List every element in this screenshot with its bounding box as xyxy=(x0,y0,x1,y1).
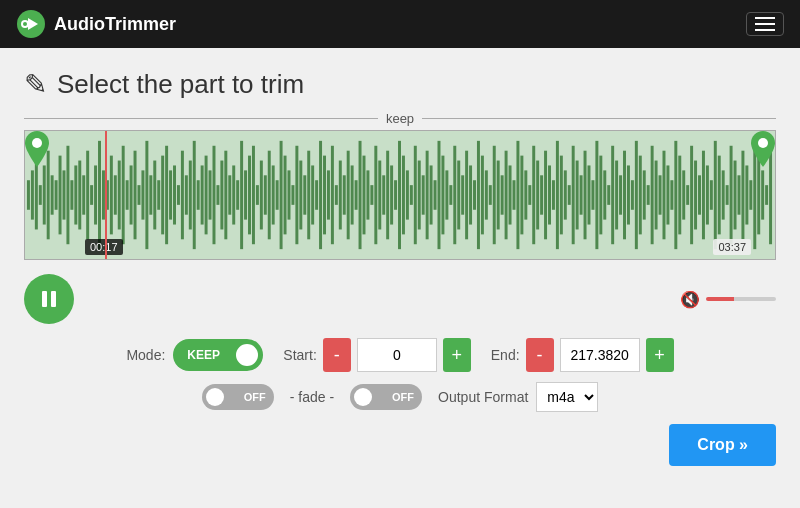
crop-button[interactable]: Crop » xyxy=(669,424,776,466)
crop-row: Crop » xyxy=(24,424,776,466)
svg-rect-116 xyxy=(465,151,468,240)
keep-label: keep xyxy=(386,111,414,126)
svg-rect-81 xyxy=(327,170,330,219)
svg-rect-161 xyxy=(643,170,646,219)
svg-rect-22 xyxy=(94,165,97,224)
volume-slider[interactable] xyxy=(706,297,776,301)
svg-rect-91 xyxy=(366,170,369,219)
svg-rect-68 xyxy=(276,180,279,210)
svg-rect-21 xyxy=(90,185,93,205)
svg-rect-97 xyxy=(390,165,393,224)
svg-rect-70 xyxy=(284,156,287,235)
waveform-container[interactable]: 00:17 03:37 xyxy=(24,130,776,260)
keep-toggle[interactable]: KEEP xyxy=(173,339,263,371)
svg-rect-134 xyxy=(536,161,539,230)
svg-rect-173 xyxy=(690,146,693,244)
svg-rect-57 xyxy=(232,165,235,224)
svg-rect-143 xyxy=(572,146,575,244)
start-plus-button[interactable]: + xyxy=(443,338,471,372)
svg-rect-127 xyxy=(509,165,512,224)
svg-rect-137 xyxy=(548,165,551,224)
svg-rect-35 xyxy=(145,141,148,249)
fade-out-label: OFF xyxy=(392,391,414,403)
svg-rect-119 xyxy=(477,141,480,249)
svg-rect-141 xyxy=(564,170,567,219)
svg-rect-112 xyxy=(449,185,452,205)
waveform-svg xyxy=(25,131,775,259)
fade-out-knob xyxy=(354,388,372,406)
left-handle[interactable] xyxy=(25,131,49,171)
svg-rect-48 xyxy=(197,180,200,210)
svg-rect-103 xyxy=(414,146,417,244)
svg-rect-40 xyxy=(165,146,168,244)
svg-rect-87 xyxy=(351,165,354,224)
svg-rect-102 xyxy=(410,185,413,205)
svg-rect-18 xyxy=(78,161,81,230)
svg-rect-104 xyxy=(418,161,421,230)
svg-rect-9 xyxy=(43,165,46,224)
edit-icon: ✎ xyxy=(24,68,47,101)
svg-rect-113 xyxy=(453,146,456,244)
hamburger-line3 xyxy=(755,29,775,31)
controls-row: 🔇 xyxy=(24,268,776,330)
svg-rect-11 xyxy=(51,175,54,214)
format-label: Output Format xyxy=(438,389,528,405)
time-end: 03:37 xyxy=(713,239,751,255)
svg-rect-29 xyxy=(122,146,125,244)
svg-rect-101 xyxy=(406,170,409,219)
end-label: End: xyxy=(491,347,520,363)
svg-rect-123 xyxy=(493,146,496,244)
svg-rect-43 xyxy=(177,185,180,205)
svg-rect-26 xyxy=(110,156,113,235)
svg-rect-20 xyxy=(86,151,89,240)
svg-rect-120 xyxy=(481,156,484,235)
format-select[interactable]: m4a mp3 ogg wav xyxy=(536,382,598,412)
svg-rect-183 xyxy=(730,146,733,244)
svg-rect-147 xyxy=(588,165,591,224)
svg-rect-169 xyxy=(674,141,677,249)
start-input[interactable] xyxy=(357,338,437,372)
svg-rect-160 xyxy=(639,156,642,235)
svg-rect-106 xyxy=(426,151,429,240)
svg-rect-180 xyxy=(718,156,721,235)
svg-rect-6 xyxy=(31,170,34,219)
svg-rect-125 xyxy=(501,175,504,214)
svg-rect-157 xyxy=(627,165,630,224)
start-minus-button[interactable]: - xyxy=(323,338,351,372)
svg-rect-28 xyxy=(118,161,121,230)
svg-rect-108 xyxy=(434,180,437,210)
svg-rect-71 xyxy=(288,170,291,219)
svg-rect-67 xyxy=(272,165,275,224)
svg-rect-171 xyxy=(682,170,685,219)
svg-rect-75 xyxy=(303,175,306,214)
svg-point-3 xyxy=(23,22,27,26)
svg-rect-174 xyxy=(694,161,697,230)
svg-rect-98 xyxy=(394,180,397,210)
svg-rect-89 xyxy=(359,141,362,249)
svg-rect-175 xyxy=(698,175,701,214)
svg-rect-182 xyxy=(726,185,729,205)
svg-rect-153 xyxy=(611,146,614,244)
fade-in-toggle[interactable]: OFF xyxy=(202,384,274,410)
svg-rect-53 xyxy=(216,185,219,205)
settings-row: Mode: KEEP Start: - + End: - + xyxy=(24,338,776,372)
end-minus-button[interactable]: - xyxy=(526,338,554,372)
right-handle[interactable] xyxy=(751,131,775,171)
svg-rect-69 xyxy=(280,141,283,249)
main-content: ✎ Select the part to trim keep xyxy=(0,48,800,482)
svg-rect-41 xyxy=(169,170,172,219)
end-input[interactable] xyxy=(560,338,640,372)
play-pause-button[interactable] xyxy=(24,274,74,324)
menu-button[interactable] xyxy=(746,12,784,36)
end-group: End: - + xyxy=(491,338,674,372)
end-plus-button[interactable]: + xyxy=(646,338,674,372)
svg-rect-63 xyxy=(256,185,259,205)
svg-rect-74 xyxy=(299,161,302,230)
svg-rect-95 xyxy=(382,175,385,214)
svg-rect-139 xyxy=(556,141,559,249)
svg-rect-163 xyxy=(651,146,654,244)
svg-rect-45 xyxy=(185,175,188,214)
svg-rect-37 xyxy=(153,161,156,230)
svg-rect-65 xyxy=(264,175,267,214)
fade-out-toggle[interactable]: OFF xyxy=(350,384,422,410)
